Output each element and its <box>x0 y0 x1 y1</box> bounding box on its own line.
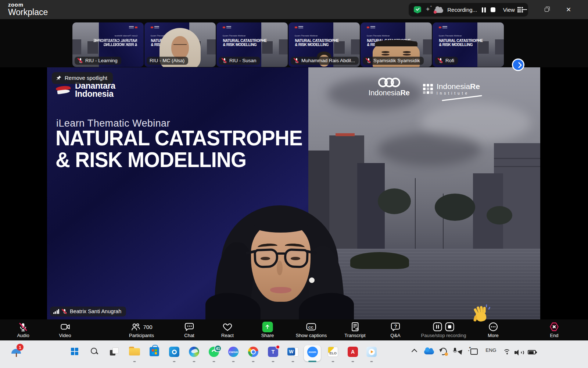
muted-mic-icon <box>78 58 83 63</box>
muted-mic-icon <box>62 309 67 314</box>
muted-mic-icon <box>366 58 371 63</box>
acrobat-icon: A <box>348 347 358 357</box>
taskbar-acrobat[interactable]: A <box>344 345 361 363</box>
pause-stop-recording-button[interactable]: Pause/stop recording <box>421 321 466 338</box>
taskbar-outlook[interactable] <box>166 345 183 363</box>
qa-label: Q&A <box>390 333 400 338</box>
taskbar-microsoft-store[interactable] <box>146 345 163 363</box>
tray-battery[interactable] <box>525 345 539 363</box>
taskbar-zoom-active[interactable]: zoom <box>304 345 321 363</box>
spotlight-video[interactable]: Danantara Indonesia iLearn Thematic Webi… <box>47 67 540 319</box>
end-meeting-icon <box>549 322 559 332</box>
tray-volume[interactable] <box>512 345 526 363</box>
stop-recording-icon <box>444 322 455 332</box>
participant-thumbnail-riu-susan[interactable]: iLearn Thematic Webinar NATURAL CATASTRO… <box>216 22 288 67</box>
participant-thumbnail-muhammad-rais[interactable]: iLearn Thematic Webinar NATURAL CATASTRO… <box>288 22 360 67</box>
indonesiare-logo: IndonesiaRe <box>369 78 410 97</box>
danantara-text-line2: Indonesia <box>75 90 115 98</box>
participant-name: RIU - MC (Alsa) <box>150 58 184 63</box>
pin-icon <box>56 75 62 81</box>
speaker-name: Beatrix Santi Anugrah <box>70 308 121 314</box>
chevron-up-icon <box>411 349 417 355</box>
taskbar-file-explorer[interactable] <box>126 345 143 363</box>
whatsapp-icon: 41 <box>209 347 219 357</box>
participant-name: Rofi <box>445 58 454 63</box>
filmstrip-next-page-button[interactable] <box>512 59 524 71</box>
word-icon: W <box>287 347 298 357</box>
pearl-earring <box>309 277 315 283</box>
muted-mic-icon <box>222 58 227 63</box>
edge-browser-icon <box>189 347 199 357</box>
security-shield-icon[interactable] <box>414 6 421 14</box>
windows-start-icon <box>71 348 78 355</box>
end-label: End <box>550 333 558 338</box>
participant-thumbnail-riu-mc-alsa[interactable]: iLearn Thematic Webinar NATURAL CATASTRO… <box>144 22 216 67</box>
taskbar-whatsapp[interactable]: 41 <box>205 345 222 363</box>
taskbar-umbrella-app[interactable]: 1 <box>8 345 25 363</box>
audio-button[interactable]: Audio <box>17 321 29 338</box>
show-captions-button[interactable]: CC Show captions <box>296 321 327 338</box>
taskbar-teams[interactable]: T <box>265 345 282 363</box>
wifi-icon <box>503 349 512 356</box>
participant-filmstrip: iLearn Thematic Webinar NATURAL CATASTRO… <box>0 19 588 67</box>
recording-status-label: Recording... <box>447 7 477 13</box>
participant-name-tag: RIU - Learning <box>75 57 121 65</box>
more-button[interactable]: More <box>488 321 499 338</box>
remove-spotlight-button[interactable]: Remove spotlight <box>52 72 113 84</box>
end-meeting-button[interactable]: End <box>549 321 559 338</box>
react-button[interactable]: React <box>221 321 234 338</box>
taskbar-search-button[interactable] <box>86 345 103 363</box>
taskbar-task-view-button[interactable] <box>106 345 123 363</box>
stop-recording-button[interactable] <box>491 7 495 12</box>
microsoft-store-icon <box>150 347 159 356</box>
video-camera-icon <box>60 322 70 332</box>
taskbar-elo[interactable]: ELO <box>325 345 341 363</box>
outlook-icon <box>169 347 179 357</box>
taskbar-chrome[interactable] <box>245 345 262 363</box>
danantara-indonesia-logo: Danantara Indonesia <box>55 82 115 98</box>
screen-capture-icon <box>470 348 478 355</box>
mic-location-icons <box>454 348 463 356</box>
ai-companion-icon[interactable]: ✦ <box>425 6 430 13</box>
svg-text:CC: CC <box>308 325 313 329</box>
close-button[interactable]: ✕ <box>558 0 579 19</box>
share-button[interactable]: Share <box>261 321 274 338</box>
qa-icon: ? <box>390 322 401 332</box>
taskbar-edge[interactable] <box>186 345 202 363</box>
tray-hidden-icons-button[interactable] <box>408 345 420 363</box>
tray-mic-location[interactable] <box>451 345 466 363</box>
taskbar-start-button[interactable] <box>66 345 83 363</box>
participant-name-tag: RIU - Susan <box>219 57 260 65</box>
transcript-button[interactable]: Transcript <box>344 321 365 338</box>
video-button[interactable]: Video <box>59 321 71 338</box>
tray-onedrive[interactable] <box>422 345 436 363</box>
sync-alert-dot <box>445 353 448 356</box>
qa-button[interactable]: ? Q&A <box>390 321 401 338</box>
taskbar-canva[interactable]: Canva <box>225 345 242 363</box>
transcript-icon <box>350 322 360 332</box>
zoom-app-icon: zoom <box>307 347 318 357</box>
sync-icon <box>440 348 447 355</box>
tray-wifi[interactable] <box>501 345 514 363</box>
pause-recording-button[interactable] <box>481 7 487 13</box>
teams-icon: T <box>268 347 278 357</box>
taskbar-word[interactable]: W <box>284 345 301 363</box>
more-ellipsis-icon <box>488 322 498 332</box>
participant-thumbnail-rofi[interactable]: iLearn Thematic Webinar NATURAL CATASTRO… <box>433 22 504 67</box>
participants-button[interactable]: 700 Participants <box>129 321 154 338</box>
chat-label: Chat <box>184 333 194 338</box>
onedrive-cloud-icon <box>424 350 434 354</box>
view-label: View <box>503 7 515 13</box>
pause-recording-icon <box>432 322 442 332</box>
taskbar-media-player[interactable] <box>363 345 380 363</box>
window-titlebar: zoom Workplace ✦ Recording... View ✕ <box>0 0 588 19</box>
participant-thumbnail-riu-learning[interactable]: iLearn Thematic Webinar NATURAL CATASTRO… <box>72 22 144 67</box>
tray-sync-status[interactable] <box>437 345 450 363</box>
restore-button[interactable] <box>536 0 557 19</box>
tray-language-switcher[interactable]: ENG <box>483 345 499 363</box>
tray-screen-capture[interactable] <box>467 345 481 363</box>
participant-thumbnail-syamsidik[interactable]: iLearn Thematic Webinar NATURAL CATASTRO… <box>361 22 432 67</box>
minimize-button[interactable] <box>514 0 535 19</box>
slide-title-line1: NATURAL CATASTROPHE <box>55 127 302 149</box>
chat-button[interactable]: Chat <box>184 321 194 338</box>
